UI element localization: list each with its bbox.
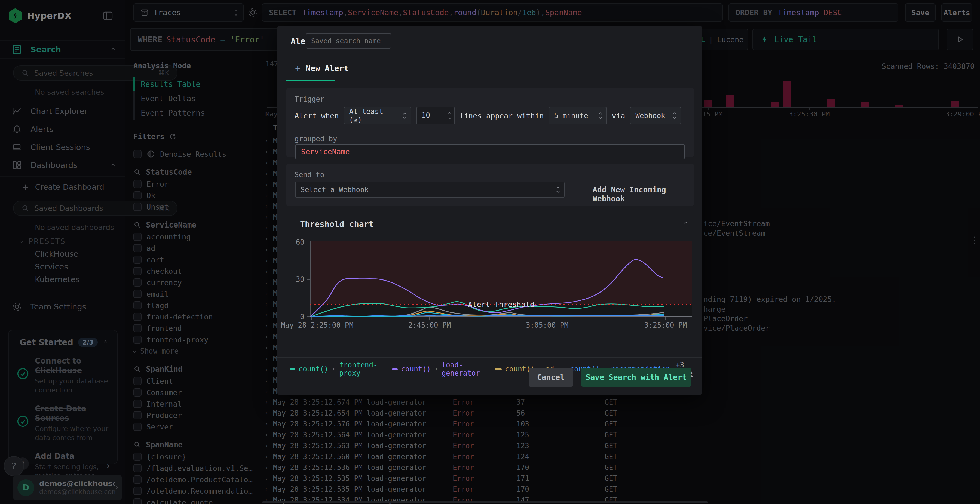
svg-text:0: 0 <box>300 313 304 321</box>
tab-label: New Alert <box>306 64 348 73</box>
svg-text:Alert Threshold: Alert Threshold <box>468 300 535 308</box>
legend-series-name: frontend-proxy <box>339 361 387 377</box>
tab-new-alert[interactable]: + New Alert <box>295 63 348 73</box>
app-root: HyperDX Search ⌘K No saved searches Char… <box>0 0 980 504</box>
select-chevrons-icon <box>673 113 676 118</box>
number-stepper[interactable] <box>445 108 454 124</box>
add-webhook-button[interactable]: Add New Incoming Webhook <box>593 185 694 203</box>
threshold-value: 10 <box>422 111 430 119</box>
text-caret <box>431 111 431 120</box>
legend-item[interactable]: count()·load-generator <box>392 361 489 377</box>
condition-select[interactable]: At least (≥) <box>344 107 411 124</box>
via-text: via <box>612 111 625 120</box>
svg-text:3:05:00 PM: 3:05:00 PM <box>526 321 569 329</box>
channel-select[interactable]: Webhook <box>630 107 681 124</box>
cancel-label: Cancel <box>537 373 565 382</box>
threshold-chart-title: Threshold chart <box>300 219 374 229</box>
legend-swatch <box>495 369 502 370</box>
collapse-chart-icon[interactable] <box>684 221 687 225</box>
grouped-by-value: ServiceName <box>301 148 350 156</box>
channel-value: Webhook <box>635 111 670 120</box>
cancel-button[interactable]: Cancel <box>529 368 573 387</box>
tab-underline-track <box>286 81 694 81</box>
plus-icon: + <box>295 63 300 73</box>
legend-metric: count() <box>299 365 329 373</box>
saved-search-name-input[interactable] <box>306 33 391 49</box>
save-search-with-alert-button[interactable]: Save Search with Alert <box>581 368 691 387</box>
grouped-by-input[interactable]: ServiceName <box>295 144 685 159</box>
alert-modal: Alerts for + New Alert Trigger Alert whe… <box>277 25 702 395</box>
window-select[interactable]: 5 minute <box>549 107 607 124</box>
save-alert-label: Save Search with Alert <box>586 373 687 382</box>
condition-value: At least (≥) <box>349 108 400 124</box>
legend-metric: count() <box>401 365 431 373</box>
threshold-chart: 03060May 28 2:25:00 PM2:45:00 PM3:05:00 … <box>277 235 702 350</box>
grouped-by-label: grouped by <box>294 135 337 143</box>
select-chevrons-icon <box>557 187 559 192</box>
legend-item[interactable]: count()·frontend-proxy <box>290 361 387 377</box>
legend-separator: · <box>434 365 439 373</box>
select-chevrons-icon <box>404 113 406 118</box>
legend-swatch <box>392 369 398 370</box>
tab-underline-active <box>286 80 335 81</box>
trigger-section: Trigger Alert when At least (≥) 10 lines… <box>286 88 694 157</box>
lines-within-text: lines appear within <box>460 111 544 120</box>
svg-text:60: 60 <box>296 238 304 246</box>
trigger-label: Trigger <box>294 95 325 103</box>
send-to-label: Send to <box>294 171 325 179</box>
legend-series-name: load-generator <box>442 361 489 377</box>
window-value: 5 minute <box>554 111 595 120</box>
footer-divider <box>277 357 702 358</box>
webhook-select[interactable]: Select a Webhook <box>295 181 565 198</box>
select-chevrons-icon <box>599 113 601 118</box>
svg-text:May 28 2:25:00 PM: May 28 2:25:00 PM <box>281 321 353 329</box>
svg-text:3:25:00 PM: 3:25:00 PM <box>644 321 687 329</box>
threshold-number-input[interactable]: 10 <box>416 107 455 124</box>
svg-text:2:45:00 PM: 2:45:00 PM <box>408 321 451 329</box>
send-to-section: Send to Select a Webhook Add New Incomin… <box>286 164 694 206</box>
legend-swatch <box>290 369 295 370</box>
svg-text:30: 30 <box>296 275 304 283</box>
legend-separator: · <box>332 365 336 373</box>
alert-when-text: Alert when <box>294 111 339 120</box>
webhook-select-value: Select a Webhook <box>301 186 553 194</box>
